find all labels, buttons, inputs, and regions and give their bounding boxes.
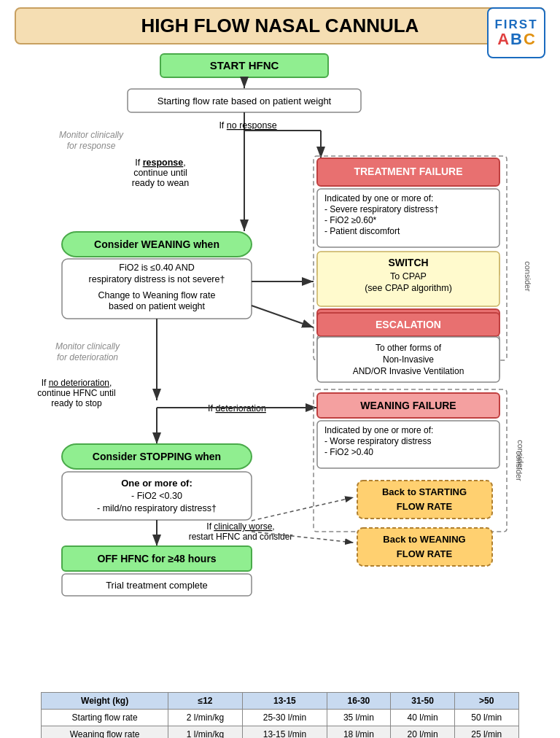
col-header-12: ≤12 [168, 693, 243, 710]
svg-text:FiO2 is ≤0.40 AND: FiO2 is ≤0.40 AND [119, 263, 194, 273]
starting-16-30: 35 l/min [327, 710, 391, 726]
svg-text:- FiO2 <0.30: - FiO2 <0.30 [131, 491, 182, 501]
letter-c: C [524, 31, 535, 47]
svg-text:continue HFNC until: continue HFNC until [37, 388, 115, 398]
weaning-13-15: 13-15 l/min [243, 726, 327, 739]
svg-text:To other forms of: To other forms of [376, 343, 442, 353]
svg-text:AND/OR Invasive Ventilation: AND/OR Invasive Ventilation [353, 366, 464, 376]
svg-text:Consider WEANING when: Consider WEANING when [94, 238, 219, 250]
header: HIGH FLOW NASAL CANNULA FIRST A B C [15, 7, 545, 44]
svg-text:- Patient discomfort: - Patient discomfort [324, 226, 400, 236]
svg-text:ESCALATION: ESCALATION [376, 319, 441, 330]
weaning-50plus: 25 l/min [454, 726, 518, 739]
svg-text:(see CPAP algorithm): (see CPAP algorithm) [365, 283, 452, 293]
svg-text:FLOW RATE: FLOW RATE [397, 501, 453, 512]
svg-text:continue until: continue until [133, 168, 187, 178]
page-title: HIGH FLOW NASAL CANNULA [15, 7, 545, 44]
svg-text:Indicated by one or more of:: Indicated by one or more of: [324, 425, 433, 435]
svg-text:- FiO2 >0.40: - FiO2 >0.40 [324, 447, 373, 457]
svg-text:ready to wean: ready to wean [132, 178, 190, 188]
row-label-starting: Starting flow rate [42, 710, 168, 726]
svg-text:based on patient weight: based on patient weight [109, 301, 206, 311]
col-header-31-50: 31-50 [391, 693, 455, 710]
svg-text:To CPAP: To CPAP [390, 271, 427, 281]
svg-text:WEANING FAILURE: WEANING FAILURE [360, 400, 456, 411]
svg-line-79 [252, 497, 354, 521]
svg-line-39 [252, 306, 314, 327]
svg-text:- FiO2 ≥0.60*: - FiO2 ≥0.60* [324, 215, 377, 225]
svg-text:- mild/no respiratory distress: - mild/no respiratory distress† [97, 503, 217, 513]
svg-text:START HFNC: START HFNC [210, 59, 279, 71]
first-abc-badge: FIRST A B C [487, 7, 545, 58]
svg-text:Back to WEANING: Back to WEANING [383, 534, 465, 545]
col-header-16-30: 16-30 [327, 693, 391, 710]
svg-text:- Worse respiratory distress: - Worse respiratory distress [324, 436, 431, 446]
svg-text:consider: consider [516, 440, 525, 470]
svg-text:for response: for response [67, 141, 116, 151]
svg-text:Change to Weaning flow rate: Change to Weaning flow rate [98, 290, 216, 300]
row-label-weaning: Weaning flow rate [42, 726, 168, 739]
col-header-13-15: 13-15 [243, 693, 327, 710]
flow-rate-table: Weight (kg) ≤12 13-15 16-30 31-50 >50 St… [41, 692, 518, 738]
starting-31-50: 40 l/min [391, 710, 455, 726]
table-row-weaning: Weaning flow rate 1 l/min/kg 13-15 l/min… [42, 726, 518, 739]
svg-text:ready to stop: ready to stop [51, 398, 102, 408]
svg-text:TREATMENT FAILURE: TREATMENT FAILURE [354, 166, 462, 177]
weaning-16-30: 18 l/min [327, 726, 391, 739]
svg-text:One or more of:: One or more of: [121, 478, 192, 489]
svg-text:Monitor clinically: Monitor clinically [55, 341, 120, 351]
svg-text:Non-Invasive: Non-Invasive [383, 354, 434, 365]
svg-text:If response,: If response, [135, 158, 186, 168]
starting-12: 2 l/min/kg [168, 710, 243, 726]
letter-b: B [510, 31, 522, 47]
svg-text:Indicated by one or more of:: Indicated by one or more of: [324, 193, 433, 203]
svg-text:FLOW RATE: FLOW RATE [397, 548, 453, 559]
svg-text:Monitor clinically: Monitor clinically [59, 130, 124, 140]
flowchart-container: START HFNC Starting flow rate based on p… [15, 50, 545, 685]
weaning-12: 1 l/min/kg [168, 726, 243, 739]
svg-text:Starting flow rate based on pa: Starting flow rate based on patient weig… [158, 96, 332, 106]
svg-text:for deterioration: for deterioration [57, 352, 118, 362]
svg-text:consider: consider [524, 261, 532, 292]
svg-text:OFF HFNC for ≥48 hours: OFF HFNC for ≥48 hours [97, 553, 216, 564]
svg-text:SWITCH: SWITCH [388, 257, 428, 268]
svg-text:- Severe respiratory distress†: - Severe respiratory distress† [324, 204, 439, 214]
starting-13-15: 25-30 l/min [243, 710, 327, 726]
svg-text:respiratory distress is not se: respiratory distress is not severe† [89, 274, 225, 284]
svg-text:If clinically worse,: If clinically worse, [206, 521, 274, 532]
abc-label: A B C [497, 31, 535, 47]
svg-text:restart HFNC and consider: restart HFNC and consider [189, 532, 293, 542]
svg-text:If no deterioration,: If no deterioration, [42, 378, 112, 388]
starting-50plus: 50 l/min [454, 710, 518, 726]
col-header-50plus: >50 [454, 693, 518, 710]
svg-text:Consider STOPPING when: Consider STOPPING when [93, 451, 221, 462]
svg-text:If no response: If no response [219, 120, 276, 131]
svg-text:Back to STARTING: Back to STARTING [382, 486, 467, 497]
letter-a: A [497, 31, 509, 47]
table-row-starting: Starting flow rate 2 l/min/kg 25-30 l/mi… [42, 710, 518, 726]
col-header-weight: Weight (kg) [42, 693, 168, 710]
svg-text:Trial treatment complete: Trial treatment complete [106, 580, 208, 591]
weaning-31-50: 20 l/min [391, 726, 455, 739]
